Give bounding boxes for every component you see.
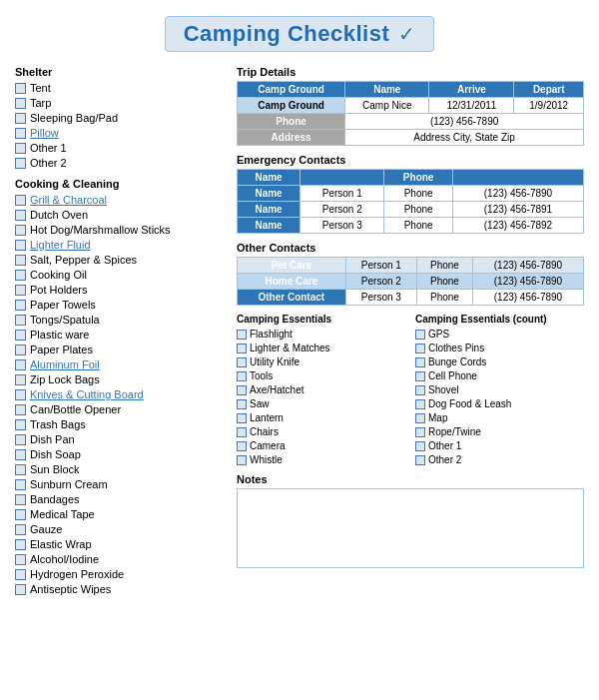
ess-checkbox[interactable] bbox=[237, 385, 247, 395]
item-label: Trash Bags bbox=[30, 417, 86, 431]
list-item: Alcohol/Iodine bbox=[15, 552, 225, 566]
checkbox[interactable] bbox=[15, 539, 26, 550]
ess-checkbox[interactable] bbox=[415, 427, 425, 437]
ess-checkbox[interactable] bbox=[237, 330, 247, 340]
trip-phone-value: (123) 456-7890 bbox=[345, 114, 584, 130]
title-text: Camping Checklist bbox=[184, 21, 390, 46]
essentials-item: Dog Food & Leash bbox=[415, 397, 584, 410]
ess-label: Bunge Cords bbox=[428, 355, 486, 368]
checkbox[interactable] bbox=[15, 449, 26, 460]
checkbox[interactable] bbox=[15, 434, 26, 445]
checkbox[interactable] bbox=[15, 225, 26, 236]
item-label: Dutch Oven bbox=[30, 208, 88, 222]
title-box: Camping Checklist ✓ bbox=[165, 16, 435, 52]
list-item: Other 2 bbox=[15, 156, 225, 170]
title-checkmark: ✓ bbox=[398, 23, 415, 45]
list-item: Zip Lock Bags bbox=[15, 372, 225, 386]
ess-checkbox[interactable] bbox=[237, 441, 247, 451]
checkbox[interactable] bbox=[15, 158, 26, 169]
checkbox[interactable] bbox=[15, 270, 26, 281]
list-item: Dish Pan bbox=[15, 432, 225, 446]
em-phone-label-1: Phone bbox=[384, 202, 453, 218]
other-contacts-header: Other Contacts bbox=[237, 242, 584, 254]
list-item: Dish Soap bbox=[15, 447, 225, 461]
ess-checkbox[interactable] bbox=[415, 399, 425, 409]
checkbox[interactable] bbox=[15, 524, 26, 535]
list-item: Elastic Wrap bbox=[15, 537, 225, 551]
oc-phone-1: (123) 456-7890 bbox=[472, 274, 583, 290]
item-label: Hydrogen Peroxide bbox=[30, 567, 124, 581]
checkbox[interactable] bbox=[15, 83, 26, 94]
checkbox[interactable] bbox=[15, 330, 26, 341]
essentials-item: Axe/Hatchet bbox=[237, 383, 405, 396]
checkbox[interactable] bbox=[15, 255, 26, 266]
essentials2-header: Camping Essentials (count) bbox=[415, 314, 584, 325]
ess-label: Rope/Twine bbox=[428, 425, 481, 438]
checkbox[interactable] bbox=[15, 345, 26, 355]
checkbox[interactable] bbox=[15, 569, 26, 580]
ess-checkbox[interactable] bbox=[415, 413, 425, 423]
checkbox[interactable] bbox=[15, 554, 26, 565]
checkbox[interactable] bbox=[15, 113, 26, 124]
list-item: Lighter Fluid bbox=[15, 238, 225, 252]
checkbox[interactable] bbox=[15, 210, 26, 221]
checkbox[interactable] bbox=[15, 240, 26, 251]
item-label: Alcohol/Iodine bbox=[30, 552, 99, 566]
ess-checkbox[interactable] bbox=[237, 344, 247, 353]
checkbox[interactable] bbox=[15, 479, 26, 490]
checkbox[interactable] bbox=[15, 584, 26, 595]
checkbox[interactable] bbox=[15, 494, 26, 505]
essentials1-list: FlashlightLighter & MatchesUtility Knife… bbox=[237, 328, 405, 466]
ess-label: Lighter & Matches bbox=[250, 342, 330, 354]
ess-checkbox[interactable] bbox=[237, 427, 247, 437]
checkbox[interactable] bbox=[15, 464, 26, 475]
trip-col-campground: Camp Ground bbox=[238, 82, 345, 98]
checkbox[interactable] bbox=[15, 315, 26, 326]
trip-col-depart: Depart bbox=[514, 82, 584, 98]
essentials-item: Lantern bbox=[237, 411, 405, 424]
ess-checkbox[interactable] bbox=[237, 455, 247, 465]
ess-checkbox[interactable] bbox=[415, 357, 425, 367]
checkbox[interactable] bbox=[15, 419, 26, 430]
checkbox[interactable] bbox=[15, 374, 26, 385]
notes-box[interactable] bbox=[237, 488, 584, 568]
oc-name-1: Home Care bbox=[238, 274, 346, 290]
checkbox[interactable] bbox=[15, 128, 26, 139]
checkbox[interactable] bbox=[15, 389, 26, 400]
ess-checkbox[interactable] bbox=[237, 413, 247, 423]
ess-checkbox[interactable] bbox=[415, 385, 425, 395]
checkbox[interactable] bbox=[15, 98, 26, 109]
list-item: Hot Dog/Marshmallow Sticks bbox=[15, 223, 225, 237]
checkbox[interactable] bbox=[15, 143, 26, 154]
ess-checkbox[interactable] bbox=[237, 357, 247, 367]
ess-checkbox[interactable] bbox=[415, 371, 425, 381]
checkbox[interactable] bbox=[15, 285, 26, 296]
ess-checkbox[interactable] bbox=[415, 455, 425, 465]
em-person-1: Person 2 bbox=[300, 202, 384, 218]
list-item: Sunburn Cream bbox=[15, 477, 225, 491]
essentials-col-1: Camping Essentials FlashlightLighter & M… bbox=[237, 314, 405, 467]
em-person-0: Person 1 bbox=[300, 186, 384, 202]
ess-checkbox[interactable] bbox=[237, 371, 247, 381]
ess-label: Utility Knife bbox=[250, 355, 300, 368]
ess-label: Other 1 bbox=[428, 439, 461, 452]
item-label: Paper Towels bbox=[30, 298, 96, 312]
ess-checkbox[interactable] bbox=[415, 441, 425, 451]
checkbox[interactable] bbox=[15, 300, 26, 311]
ess-checkbox[interactable] bbox=[237, 399, 247, 409]
item-label: Pot Holders bbox=[30, 283, 87, 297]
list-item: Grill & Charcoal bbox=[15, 193, 225, 207]
checkbox[interactable] bbox=[15, 509, 26, 520]
notes-header: Notes bbox=[237, 473, 584, 485]
checkbox[interactable] bbox=[15, 359, 26, 370]
list-item: Medical Tape bbox=[15, 507, 225, 521]
essentials-item: Saw bbox=[237, 397, 405, 410]
ess-label: Saw bbox=[250, 397, 269, 410]
ess-checkbox[interactable] bbox=[415, 344, 425, 353]
trip-camp-name: Camp Nice bbox=[345, 98, 429, 114]
checkbox[interactable] bbox=[15, 404, 26, 415]
checkbox[interactable] bbox=[15, 195, 26, 206]
ess-checkbox[interactable] bbox=[415, 330, 425, 340]
item-label: Dish Pan bbox=[30, 432, 75, 446]
essentials-item: Utility Knife bbox=[237, 355, 405, 368]
